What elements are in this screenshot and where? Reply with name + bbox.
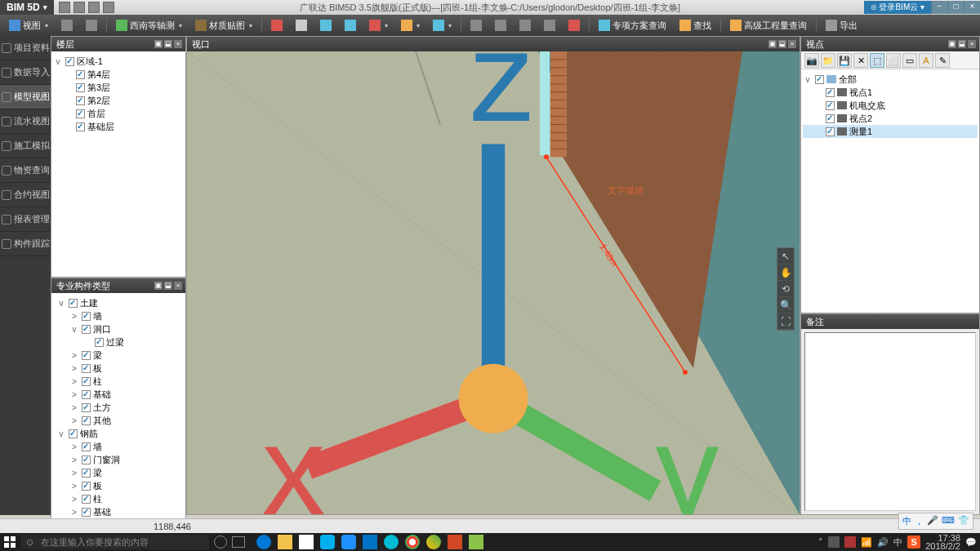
minimize-button[interactable]: − bbox=[931, 1, 947, 14]
pin-icon[interactable]: ⬓ bbox=[778, 40, 786, 48]
nav-item-6[interactable]: 合约视图 bbox=[0, 183, 51, 207]
nav-item-0[interactable]: 项目资料 bbox=[0, 36, 51, 60]
login-button[interactable]: ⊙ 登录BIM云 ▾ bbox=[864, 1, 931, 14]
app-menu[interactable]: BIM 5D bbox=[0, 0, 54, 15]
close-icon[interactable]: × bbox=[788, 40, 796, 48]
tree-row[interactable]: >墙 bbox=[53, 440, 184, 453]
qat-icon[interactable] bbox=[103, 2, 114, 13]
tool-1[interactable] bbox=[265, 17, 288, 33]
tree-row[interactable]: >门窗洞 bbox=[53, 453, 184, 466]
shield-icon[interactable] bbox=[844, 536, 856, 548]
vp-tool-4[interactable]: ✕ bbox=[853, 53, 868, 68]
ime-toolbar[interactable]: 中 ， 🎤 ⌨ 👕 bbox=[898, 513, 973, 530]
display-button[interactable] bbox=[80, 17, 103, 33]
ime-mic-icon[interactable]: 🎤 bbox=[927, 515, 938, 527]
ime-keyboard-icon[interactable]: ⌨ bbox=[942, 515, 955, 527]
tree-row[interactable]: 基础层 bbox=[53, 120, 184, 133]
tree-row[interactable]: >其他 bbox=[53, 414, 184, 427]
qat-icon[interactable] bbox=[88, 2, 100, 13]
wifi-icon[interactable]: 📶 bbox=[861, 537, 872, 548]
tree-row[interactable]: 第2层 bbox=[53, 94, 184, 107]
tree-row[interactable]: 第3层 bbox=[53, 81, 184, 94]
nav-item-4[interactable]: 施工模拟 bbox=[0, 134, 51, 158]
store-icon[interactable] bbox=[299, 535, 314, 549]
material-button[interactable]: 材质贴图 bbox=[189, 17, 258, 33]
notification-icon[interactable]: 💬 bbox=[965, 537, 977, 548]
tree-row[interactable]: >基础 bbox=[53, 505, 184, 518]
vp-tool-7[interactable]: ▭ bbox=[902, 53, 917, 68]
tree-row[interactable]: 视点2 bbox=[803, 112, 978, 125]
tool-2[interactable] bbox=[290, 17, 313, 33]
export-button[interactable]: 导出 bbox=[820, 17, 863, 33]
tool-7[interactable] bbox=[427, 17, 457, 33]
tool-4[interactable] bbox=[339, 17, 362, 33]
3d-viewport[interactable]: 1.48m 文字描述 z x y ↖ ✋ ⟲ 🔍 ⛶ bbox=[187, 51, 800, 514]
tool-5[interactable] bbox=[363, 17, 394, 33]
orbit-tool[interactable]: ⟲ bbox=[777, 281, 794, 297]
find-button[interactable]: 查找 bbox=[674, 17, 717, 33]
pin-icon[interactable]: ▣ bbox=[768, 40, 777, 48]
tree-row[interactable]: >梁 bbox=[53, 349, 184, 362]
vp-tool-6[interactable]: ⬜ bbox=[886, 53, 901, 68]
pan-tool[interactable]: ✋ bbox=[777, 264, 794, 281]
pin-icon[interactable]: ⬓ bbox=[958, 40, 966, 48]
maximize-button[interactable]: □ bbox=[947, 1, 964, 14]
tree-row[interactable]: v区域-1 bbox=[53, 55, 184, 68]
vp-tool-2[interactable]: 📁 bbox=[821, 53, 835, 68]
qat-icon[interactable] bbox=[59, 2, 70, 13]
tree-row[interactable]: >基础 bbox=[53, 388, 184, 401]
vp-tool-3[interactable]: 💾 bbox=[837, 53, 852, 68]
tray-up-icon[interactable]: ˄ bbox=[818, 537, 823, 548]
qat-icon[interactable] bbox=[74, 2, 85, 13]
zoom-tool[interactable]: 🔍 bbox=[777, 297, 794, 313]
pin-icon[interactable]: ⬓ bbox=[164, 282, 172, 290]
vp-tool-1[interactable]: 📷 bbox=[804, 53, 819, 68]
viewpoints-tree[interactable]: v全部视点1机电交底视点2测量1 bbox=[801, 69, 979, 313]
mindmaster-icon[interactable] bbox=[384, 535, 399, 549]
tree-row[interactable]: >柱 bbox=[53, 492, 184, 505]
cloud-icon[interactable] bbox=[341, 535, 356, 549]
edge-icon[interactable] bbox=[256, 535, 271, 549]
battery-icon[interactable] bbox=[828, 536, 840, 548]
tree-row[interactable]: 机电交底 bbox=[803, 99, 978, 112]
powerpoint-icon[interactable] bbox=[448, 535, 462, 549]
ime-lang[interactable]: 中 bbox=[902, 515, 911, 527]
search-box[interactable]: 在这里输入你要搜索的内容 bbox=[21, 535, 209, 549]
tool-9[interactable] bbox=[489, 17, 512, 33]
clock[interactable]: 17:382018/2/2 bbox=[925, 534, 960, 550]
tree-row[interactable]: 第4层 bbox=[53, 68, 184, 81]
axis-select[interactable]: 西南等轴测 bbox=[110, 17, 188, 33]
volume-icon[interactable]: 🔊 bbox=[877, 537, 889, 548]
ime-punct[interactable]: ， bbox=[915, 515, 924, 527]
nav-item-1[interactable]: 数据导入 bbox=[0, 60, 51, 85]
tree-row[interactable]: v钢筋 bbox=[53, 427, 184, 440]
tool-10[interactable] bbox=[514, 17, 537, 33]
tree-row[interactable]: >板 bbox=[53, 362, 184, 375]
special-query-button[interactable]: 专项方案查询 bbox=[593, 17, 672, 33]
tree-row[interactable]: v洞口 bbox=[53, 322, 184, 335]
vp-tool-9[interactable]: ✎ bbox=[935, 53, 950, 68]
pin-icon[interactable]: ▣ bbox=[154, 282, 163, 290]
vp-tool-5[interactable]: ⬚ bbox=[870, 53, 884, 68]
vp-tool-8[interactable]: A bbox=[919, 53, 933, 68]
nav-item-2[interactable]: 模型视图 bbox=[0, 85, 51, 109]
tree-row[interactable]: >墙 bbox=[53, 309, 184, 322]
sogou-icon[interactable]: S bbox=[907, 535, 920, 549]
ime-skin-icon[interactable]: 👕 bbox=[958, 515, 969, 527]
adv-query-button[interactable]: 高级工程量查询 bbox=[724, 17, 813, 33]
tree-row[interactable]: 测量1 bbox=[803, 125, 978, 138]
types-tree[interactable]: v土建>墙v洞口过梁>梁>板>柱>基础>土方>其他v钢筋>墙>门窗洞>梁>板>柱… bbox=[51, 293, 185, 551]
pin-icon[interactable]: ▣ bbox=[948, 40, 956, 48]
fit-tool[interactable]: ⛶ bbox=[777, 313, 794, 330]
tool-6[interactable] bbox=[395, 17, 425, 33]
tool-12[interactable] bbox=[563, 17, 586, 33]
pin-icon[interactable]: ⬓ bbox=[164, 40, 172, 48]
tool-11[interactable] bbox=[538, 17, 561, 33]
start-button[interactable] bbox=[3, 535, 16, 549]
grid-button[interactable] bbox=[56, 17, 78, 33]
bim5d-icon[interactable] bbox=[469, 535, 483, 549]
tool-8[interactable] bbox=[465, 17, 488, 33]
360-icon[interactable] bbox=[426, 535, 441, 549]
chrome-icon[interactable] bbox=[405, 535, 420, 549]
nav-item-8[interactable]: 构件跟踪 bbox=[0, 232, 51, 256]
